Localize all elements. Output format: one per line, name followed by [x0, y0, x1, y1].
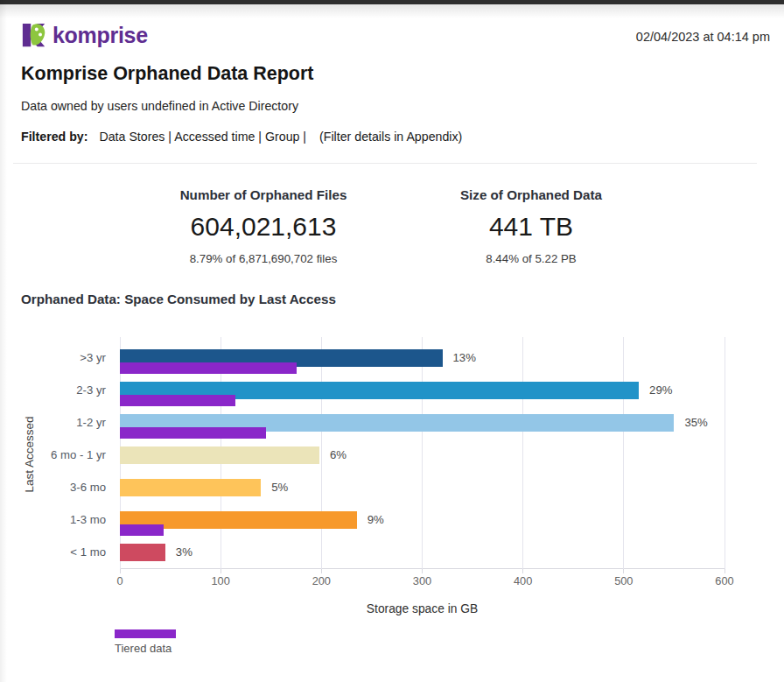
report-page: komprise 02/04/2023 at 04:14 pm Komprise…	[0, 0, 784, 682]
bar-percent-label: 35%	[684, 417, 707, 429]
chart-title: Orphaned Data: Space Consumed by Last Ac…	[21, 292, 336, 306]
category-label: 1-2 yr	[76, 417, 106, 429]
x-axis-tick-label: 100	[201, 574, 240, 587]
stat-orphaned-files: Number of Orphaned Files 604,021,613 8.7…	[128, 187, 399, 265]
y-axis-category-labels: >3 yr2-3 yr1-2 yr6 mo - 1 yr3-6 mo1-3 mo…	[0, 337, 113, 569]
x-axis-tick	[522, 569, 523, 573]
plot-area: 010020030040050060013%29%35%6%5%9%3%	[120, 337, 724, 569]
filter-list: Data Stores | Accessed time | Group |	[99, 130, 306, 144]
page-subtitle: Data owned by users undefined in Active …	[21, 99, 298, 113]
chart-row: 6%	[120, 438, 724, 470]
x-axis-tick	[623, 569, 624, 573]
stat-label: Size of Orphaned Data	[396, 187, 667, 202]
category-label: 1-3 mo	[70, 514, 106, 526]
komprise-logo: komprise	[21, 22, 148, 48]
category-label: >3 yr	[80, 352, 106, 364]
storage-bar	[120, 479, 261, 496]
x-axis-tick-label: 200	[302, 574, 340, 587]
bar-percent-label: 13%	[453, 352, 476, 364]
x-axis-tick-label: 0	[101, 574, 139, 587]
divider	[13, 163, 757, 164]
komprise-logo-icon	[21, 22, 47, 48]
x-axis-tick-label: 600	[705, 574, 744, 587]
stat-value: 604,021,613	[128, 212, 399, 242]
filtered-by-label: Filtered by:	[21, 130, 88, 144]
chart-legend: Tiered data	[115, 629, 176, 655]
category-label: 2-3 yr	[76, 384, 106, 397]
storage-bar	[120, 544, 165, 561]
legend-label: Tiered data	[115, 642, 176, 655]
stat-detail: 8.79% of 6,871,690,702 files	[128, 252, 399, 265]
stat-value: 441 TB	[396, 212, 667, 242]
page-title: Komprise Orphaned Data Report	[21, 63, 314, 85]
bar-percent-label: 5%	[271, 482, 288, 494]
category-label: < 1 mo	[70, 546, 106, 559]
x-axis-tick-label: 300	[403, 574, 442, 587]
komprise-logo-text: komprise	[52, 23, 148, 48]
x-axis-tick	[321, 569, 322, 573]
x-axis-tick	[422, 569, 423, 573]
x-axis-tick	[724, 569, 725, 573]
bar-percent-label: 3%	[176, 546, 192, 559]
bar-percent-label: 9%	[368, 514, 384, 526]
filters-row: Filtered by: Data Stores | Accessed time…	[21, 130, 462, 144]
category-label: 6 mo - 1 yr	[51, 449, 106, 461]
bar-percent-label: 29%	[649, 384, 672, 397]
legend-swatch-tiered-data	[115, 629, 176, 638]
x-axis-label: Storage space in GB	[120, 602, 724, 615]
chart-row: 5%	[120, 470, 724, 503]
bar-percent-label: 6%	[330, 449, 346, 461]
stat-detail: 8.44% of 5.22 PB	[396, 252, 667, 265]
x-axis-tick	[220, 569, 221, 573]
filter-appendix-note: (Filter details in Appendix)	[319, 130, 462, 144]
chart-row: 13%	[120, 341, 724, 373]
x-axis-tick-label: 500	[605, 574, 643, 587]
report-timestamp: 02/04/2023 at 04:14 pm	[636, 30, 770, 44]
bar-chart: Last Accessed >3 yr2-3 yr1-2 yr6 mo - 1 …	[0, 337, 784, 682]
x-axis-tick	[120, 569, 121, 573]
x-axis-tick-label: 400	[504, 574, 542, 587]
stat-label: Number of Orphaned Files	[128, 187, 399, 202]
chart-row: 29%	[120, 373, 724, 405]
category-label: 3-6 mo	[70, 482, 106, 494]
top-shadow	[0, 4, 784, 18]
chart-row: 3%	[120, 535, 724, 567]
chart-row: 9%	[120, 503, 724, 535]
storage-bar	[120, 446, 319, 464]
chart-row: 35%	[120, 405, 724, 438]
stat-orphaned-data-size: Size of Orphaned Data 441 TB 8.44% of 5.…	[396, 187, 667, 265]
